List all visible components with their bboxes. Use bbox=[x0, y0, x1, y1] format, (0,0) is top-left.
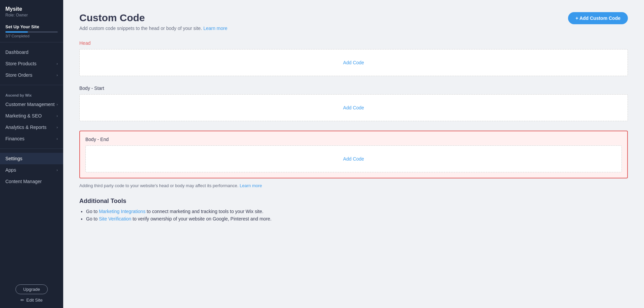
pencil-icon: ✏ bbox=[21, 298, 24, 303]
sidebar: Mysite Role: Owner Set Up Your Site 3/7 … bbox=[0, 0, 63, 308]
nav-item-analytics-reports[interactable]: Analytics & Reports › bbox=[0, 122, 63, 133]
nav-label-marketing-seo: Marketing & SEO bbox=[5, 113, 42, 118]
body-start-section: Body - Start Add Code bbox=[79, 85, 628, 121]
sidebar-bottom: Upgrade ✏ Edit Site bbox=[0, 279, 63, 308]
nav-item-store-products[interactable]: Store Products › bbox=[0, 58, 63, 69]
list-item-text-before: Go to bbox=[86, 209, 99, 214]
sidebar-divider bbox=[0, 42, 63, 42]
body-end-code-box[interactable]: Add Code bbox=[85, 145, 622, 172]
chevron-icon: › bbox=[56, 73, 58, 77]
marketing-integrations-link[interactable]: Marketing Integrations bbox=[99, 209, 146, 214]
nav-item-content-manager[interactable]: Content Manager bbox=[0, 176, 63, 187]
setup-section: Set Up Your Site 3/7 Completed bbox=[0, 21, 63, 38]
list-item-text-after-2: to verify ownership of your website on G… bbox=[131, 216, 272, 221]
sidebar-top: Mysite Role: Owner bbox=[0, 0, 63, 21]
chevron-icon: › bbox=[56, 102, 58, 106]
setup-label: Set Up Your Site bbox=[5, 24, 58, 29]
nav-item-customer-management[interactable]: Customer Management › bbox=[0, 99, 63, 110]
sidebar-divider-2 bbox=[0, 85, 63, 85]
list-item-text-before-2: Go to bbox=[86, 216, 99, 221]
ascend-label: Ascend by Wix bbox=[0, 89, 63, 99]
main-content: Custom Code Add custom code snippets to … bbox=[63, 0, 644, 308]
sidebar-divider-3 bbox=[0, 148, 63, 149]
nav-item-marketing-seo[interactable]: Marketing & SEO › bbox=[0, 110, 63, 122]
nav-label-apps: Apps bbox=[5, 167, 16, 173]
edit-site-link[interactable]: ✏ Edit Site bbox=[21, 298, 42, 303]
chevron-icon: › bbox=[56, 125, 58, 129]
body-end-title: Body - End bbox=[85, 137, 622, 142]
additional-tools-list: Go to Marketing Integrations to connect … bbox=[79, 209, 628, 221]
additional-tools: Additional Tools Go to Marketing Integra… bbox=[79, 198, 628, 221]
performance-note: Adding third party code to your website'… bbox=[79, 183, 628, 188]
edit-site-label: Edit Site bbox=[26, 298, 42, 303]
additional-tools-title: Additional Tools bbox=[79, 198, 628, 205]
performance-note-text: Adding third party code to your website'… bbox=[79, 183, 238, 188]
body-end-add-code-label[interactable]: Add Code bbox=[343, 156, 364, 162]
nav-label-store-products: Store Products bbox=[5, 61, 37, 66]
site-verification-link[interactable]: Site Verification bbox=[99, 216, 131, 221]
chevron-icon: › bbox=[56, 114, 58, 118]
nav-label-store-orders: Store Orders bbox=[5, 72, 32, 78]
site-name: Mysite bbox=[5, 6, 58, 12]
chevron-icon: › bbox=[56, 137, 58, 141]
head-section: Head Add Code bbox=[79, 40, 628, 76]
site-role: Role: Owner bbox=[5, 13, 58, 18]
body-end-section: Body - End Add Code bbox=[79, 131, 628, 178]
body-start-add-code-label[interactable]: Add Code bbox=[343, 105, 364, 110]
performance-learn-more-link[interactable]: Learn more bbox=[240, 183, 262, 188]
nav-item-finances[interactable]: Finances › bbox=[0, 133, 63, 144]
body-start-code-box[interactable]: Add Code bbox=[79, 94, 628, 121]
chevron-icon: › bbox=[56, 62, 58, 66]
list-item: Go to Site Verification to verify owners… bbox=[86, 216, 628, 221]
progress-label: 3/7 Completed bbox=[5, 34, 58, 38]
head-code-box[interactable]: Add Code bbox=[79, 49, 628, 76]
nav-label-dashboard: Dashboard bbox=[5, 49, 29, 55]
subtitle-learn-more-link[interactable]: Learn more bbox=[203, 26, 228, 31]
progress-bar-fill bbox=[5, 31, 28, 33]
nav-label-finances: Finances bbox=[5, 136, 25, 141]
head-add-code-label[interactable]: Add Code bbox=[343, 60, 364, 65]
list-item: Go to Marketing Integrations to connect … bbox=[86, 209, 628, 214]
nav-item-apps[interactable]: Apps › bbox=[0, 164, 63, 176]
chevron-icon: › bbox=[56, 168, 58, 172]
upgrade-button[interactable]: Upgrade bbox=[15, 284, 48, 294]
page-subtitle: Add custom code snippets to the head or … bbox=[79, 26, 227, 31]
nav-label-settings: Settings bbox=[5, 156, 23, 161]
page-header-left: Custom Code Add custom code snippets to … bbox=[79, 12, 227, 31]
nav-item-store-orders[interactable]: Store Orders › bbox=[0, 69, 63, 81]
body-start-title: Body - Start bbox=[79, 85, 628, 91]
progress-bar-bg bbox=[5, 31, 58, 33]
page-title: Custom Code bbox=[79, 12, 227, 24]
subtitle-text: Add custom code snippets to the head or … bbox=[79, 26, 202, 31]
page-header: Custom Code Add custom code snippets to … bbox=[79, 12, 628, 31]
nav-label-analytics-reports: Analytics & Reports bbox=[5, 125, 46, 130]
nav-label-content-manager: Content Manager bbox=[5, 179, 42, 184]
nav-item-settings[interactable]: Settings bbox=[0, 153, 63, 164]
add-custom-code-button[interactable]: + Add Custom Code bbox=[568, 12, 628, 24]
list-item-text-after: to connect marketing and tracking tools … bbox=[146, 209, 264, 214]
nav-label-customer-management: Customer Management bbox=[5, 102, 54, 107]
nav-item-dashboard[interactable]: Dashboard bbox=[0, 46, 63, 58]
head-section-label: Head bbox=[79, 40, 628, 46]
